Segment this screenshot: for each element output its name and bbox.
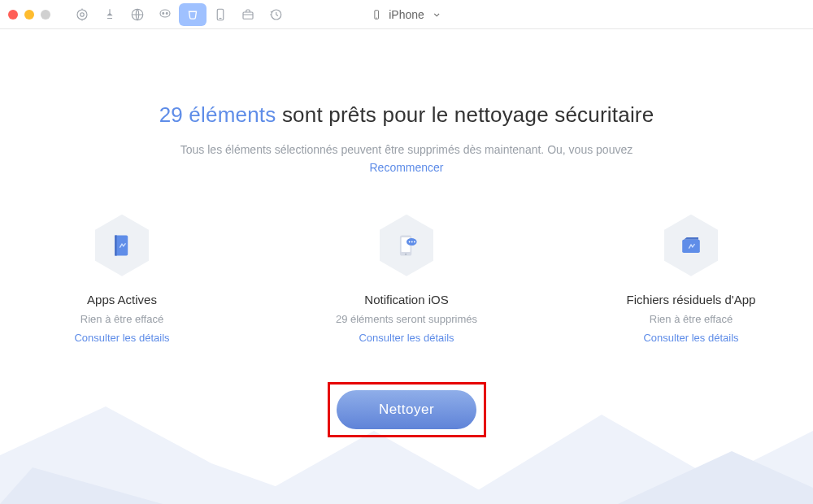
chevron-down-icon bbox=[431, 9, 442, 20]
notifications-icon bbox=[380, 215, 433, 276]
card-details-link[interactable]: Consulter les détails bbox=[74, 332, 169, 344]
card-status: 29 éléments seront supprimés bbox=[325, 313, 488, 325]
fullscreen-window-button[interactable] bbox=[41, 10, 50, 20]
page-title: 29 éléments sont prêts pour le nettoyage… bbox=[0, 102, 813, 128]
card-icon-wrap bbox=[93, 213, 151, 278]
card-active-apps: Apps Actives Rien à être effacé Consulte… bbox=[41, 213, 203, 345]
clean-button[interactable]: Nettoyer bbox=[337, 390, 476, 429]
card-title: Notification iOS bbox=[325, 293, 488, 306]
restart-link[interactable]: Recommencer bbox=[369, 161, 443, 174]
card-status: Rien à être effacé bbox=[610, 313, 772, 325]
sync-icon[interactable] bbox=[96, 3, 124, 26]
svg-rect-20 bbox=[682, 240, 700, 253]
card-details-link[interactable]: Consulter les détails bbox=[359, 332, 454, 344]
device-selector[interactable]: iPhone bbox=[371, 8, 442, 21]
active-apps-icon bbox=[95, 215, 149, 276]
card-residual-files: Fichiers résiduels d'App Rien à être eff… bbox=[610, 213, 772, 345]
history-icon[interactable] bbox=[262, 3, 289, 26]
toolbar-tools bbox=[68, 3, 289, 26]
globe-icon[interactable] bbox=[124, 3, 151, 26]
card-notifications: Notification iOS 29 éléments seront supp… bbox=[325, 213, 488, 345]
card-status: Rien à être effacé bbox=[41, 313, 203, 325]
svg-point-4 bbox=[166, 12, 167, 14]
minimize-window-button[interactable] bbox=[24, 10, 34, 20]
main-content: 29 éléments sont prêts pour le nettoyage… bbox=[0, 29, 813, 437]
privacy-icon[interactable] bbox=[151, 3, 179, 26]
svg-point-17 bbox=[409, 241, 411, 242]
svg-point-19 bbox=[414, 241, 415, 242]
svg-point-0 bbox=[77, 10, 87, 20]
card-title: Fichiers résiduels d'App bbox=[610, 293, 772, 306]
headline-count: 29 éléments bbox=[159, 102, 276, 127]
card-icon-wrap bbox=[662, 213, 720, 278]
card-title: Apps Actives bbox=[41, 293, 203, 306]
close-window-button[interactable] bbox=[8, 10, 18, 20]
cards-row: Apps Actives Rien à être effacé Consulte… bbox=[0, 213, 813, 345]
card-details-link[interactable]: Consulter les détails bbox=[643, 332, 738, 344]
clean-icon[interactable] bbox=[179, 3, 207, 26]
device-phone-icon bbox=[371, 9, 382, 20]
phone-icon[interactable] bbox=[207, 3, 234, 26]
action-highlight-box: Nettoyer bbox=[328, 382, 486, 437]
toolbar: iPhone bbox=[0, 0, 813, 29]
svg-point-18 bbox=[411, 241, 413, 242]
card-icon-wrap bbox=[377, 213, 436, 278]
headline-rest: sont prêts pour le nettoyage sécuritaire bbox=[276, 102, 654, 127]
window-controls bbox=[8, 10, 50, 20]
residual-files-icon bbox=[664, 215, 718, 276]
svg-point-1 bbox=[80, 12, 85, 16]
svg-point-15 bbox=[405, 254, 406, 255]
device-label: iPhone bbox=[389, 8, 424, 21]
svg-rect-12 bbox=[115, 235, 117, 255]
boost-icon[interactable] bbox=[68, 3, 96, 26]
toolbox-icon[interactable] bbox=[234, 3, 262, 26]
subtitle-text: Tous les éléments sélectionnés peuvent ê… bbox=[180, 143, 633, 156]
svg-point-3 bbox=[163, 12, 164, 14]
svg-rect-7 bbox=[243, 12, 253, 19]
subtitle: Tous les éléments sélectionnés peuvent ê… bbox=[0, 141, 813, 177]
